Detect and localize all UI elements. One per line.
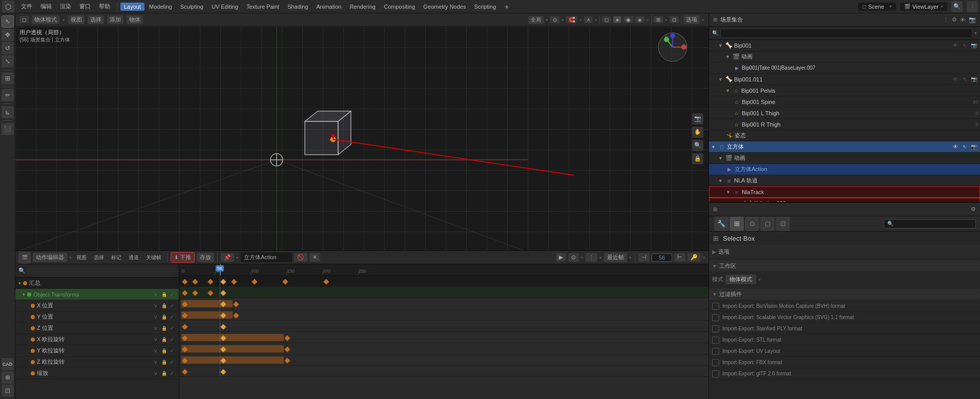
outliner-item-cube[interactable]: ▼ ◻ 立方体 👁 ↖ 📷 — [709, 141, 980, 153]
plugin-checkbox[interactable] — [712, 337, 719, 344]
menu-edit[interactable]: 编辑 — [37, 2, 55, 11]
tab-rendering[interactable]: Rendering — [346, 3, 379, 11]
visibility-icon[interactable]: 👁 — [951, 143, 960, 151]
props-settings-button[interactable]: ⚙ — [971, 206, 976, 213]
channel-row-object[interactable]: ▾ Object Transforms V 🔒 ✓ — [15, 289, 179, 300]
kf-dot[interactable] — [233, 301, 239, 307]
falloff-toggle[interactable]: ∧ — [584, 16, 593, 23]
measure-tool[interactable]: ⊾ — [2, 106, 14, 118]
outliner-item-spine[interactable]: ⌂ Bip001 Spine 10 — [709, 96, 980, 108]
global-local-toggle[interactable]: 全局 — [528, 16, 544, 24]
kf-dot[interactable] — [284, 346, 290, 352]
channel-row-y-rot[interactable]: Y 欧拉旋转 V 🔒 ✓ — [15, 345, 179, 356]
kf-dot[interactable] — [182, 290, 187, 296]
visibility-icon[interactable]: 👁 — [951, 75, 960, 83]
menu-file[interactable]: 文件 — [17, 2, 36, 11]
tab-compositing[interactable]: Compositing — [380, 3, 419, 11]
viewport-3d[interactable]: 用户透视（局部） (56) 场景集合 | 立方体 X Y — [15, 27, 708, 250]
keying-options[interactable]: 🔑 — [687, 253, 701, 262]
tab-shading[interactable]: Shading — [284, 3, 311, 11]
action-name-field[interactable]: 立方体Action — [241, 253, 292, 262]
tab-scripting[interactable]: Scripting — [470, 3, 499, 11]
plugin-checkbox[interactable] — [712, 314, 719, 321]
plugin-checkbox[interactable] — [712, 370, 719, 377]
render-icon[interactable]: 📷 — [970, 143, 978, 151]
menu-help[interactable]: 帮助 — [95, 2, 114, 11]
channel-row-x-pos[interactable]: X 位置 V 🔒 ✓ — [15, 300, 179, 311]
outliner-item-rthigh[interactable]: ⌂ Bip001 R Thigh 3 — [709, 119, 980, 130]
camera-view-button[interactable]: 📷 — [692, 113, 703, 124]
outliner-item-pelvis[interactable]: ▼ ⌂ Bip001 Pelvis — [709, 85, 980, 96]
anim-marker-menu[interactable]: 标记 — [109, 254, 124, 262]
kf-dot[interactable] — [284, 358, 290, 363]
fake-user-button[interactable]: 🚫 — [294, 253, 307, 262]
lock-button[interactable]: 🔒 — [692, 153, 703, 164]
plugin-checkbox[interactable] — [712, 359, 719, 366]
anim-select-menu[interactable]: 选择 — [91, 254, 107, 262]
kf-dot[interactable] — [252, 279, 257, 284]
navigation-gizmo[interactable]: X Y Z — [657, 32, 688, 62]
channel-search-input[interactable] — [28, 267, 176, 275]
plugin-checkbox[interactable] — [712, 325, 719, 332]
anim-view-menu[interactable]: 视图 — [74, 254, 89, 262]
kf-dot[interactable] — [220, 369, 226, 374]
channel-row-z-pos[interactable]: Z 位置 V 🔒 ✓ — [15, 323, 179, 334]
outliner-settings-button[interactable]: ⚙ — [952, 16, 957, 23]
filter-button[interactable]: ⋮ — [967, 1, 978, 12]
timeline-tracks[interactable] — [179, 276, 708, 399]
frame-step-fwd[interactable]: ⊢ — [674, 253, 685, 262]
transform-tool[interactable]: ⊞ — [2, 72, 14, 85]
tab-texture-paint[interactable]: Texture Paint — [243, 3, 283, 11]
filter-anim-button[interactable]: ⋮ — [586, 253, 597, 262]
scale-tool[interactable]: ⤡ — [2, 55, 14, 68]
outliner-search-input[interactable] — [720, 29, 972, 38]
xray-toggle[interactable]: ⊡ — [670, 16, 679, 23]
channel-row-summary[interactable]: ▾ 汇总 — [15, 278, 179, 289]
shading-wire[interactable]: ◻ — [602, 16, 611, 23]
add-workspace-button[interactable]: + — [501, 2, 513, 12]
sync-button[interactable]: ⊙ — [568, 253, 579, 262]
options-section-header[interactable]: ▶ 选项 — [709, 246, 980, 257]
workzone-section-header[interactable]: ▼ 工作区 — [709, 260, 980, 271]
channel-row-y-pos[interactable]: Y 位置 V 🔒 ✓ — [15, 311, 179, 323]
mode-value[interactable]: 物体模式 — [725, 275, 756, 284]
tab-sculpting[interactable]: Sculpting — [177, 3, 207, 11]
kf-dot[interactable] — [192, 290, 198, 296]
kf-dot[interactable] — [192, 279, 198, 284]
object-menu[interactable]: 物体 — [127, 15, 143, 24]
visibility-icon[interactable]: 👁 — [951, 41, 960, 50]
kf-dot[interactable] — [182, 324, 187, 329]
outliner-item-pose[interactable]: 🤸 姿态 — [709, 130, 980, 141]
view-menu[interactable]: 视图 — [68, 15, 85, 24]
select-icon[interactable]: ↖ — [961, 143, 969, 151]
select-icon[interactable]: ↖ — [961, 75, 969, 83]
hand-pan-button[interactable]: ✋ — [692, 127, 703, 138]
channel-row-scale[interactable]: 缩放 V 🔒 ✓ — [15, 368, 179, 379]
current-frame-input[interactable] — [652, 254, 672, 262]
unlink-button[interactable]: ✕ — [309, 253, 320, 262]
overlay-toggle[interactable]: ⊞ — [654, 16, 663, 23]
channel-row-x-rot[interactable]: X 欧拉旋转 V 🔒 ✓ — [15, 334, 179, 345]
prop-tab-tool[interactable]: 🔧 — [714, 217, 728, 231]
render-icon[interactable]: 📷 — [970, 41, 978, 50]
menu-render[interactable]: 渲染 — [56, 2, 75, 11]
viewport-options[interactable]: 选项 — [683, 15, 700, 24]
tab-layout[interactable]: Layout — [120, 3, 144, 11]
render-icon[interactable]: 📷 — [970, 75, 978, 83]
cad-tool[interactable]: CAD — [2, 358, 14, 370]
outliner-item-anim1[interactable]: ▼ 🎬 动画 — [709, 51, 980, 62]
channel-row-z-rot[interactable]: Z 欧拉旋转 V 🔒 ✓ — [15, 356, 179, 368]
scene-name[interactable]: Scene — [868, 4, 884, 10]
menu-window[interactable]: 窗口 — [76, 2, 94, 11]
prop-tab-object[interactable]: ◻ — [760, 217, 775, 231]
kf-dot[interactable] — [282, 279, 288, 284]
recent-option[interactable]: 最近帧 — [604, 253, 627, 262]
search-button[interactable]: 🔍 — [951, 1, 963, 12]
rotate-tool[interactable]: ↺ — [2, 42, 14, 54]
plugin-checkbox[interactable] — [712, 303, 719, 310]
add-tool[interactable]: ⊡ — [2, 385, 14, 397]
props-search-input[interactable] — [895, 221, 972, 227]
kf-dot[interactable] — [207, 279, 213, 284]
select-menu[interactable]: 选择 — [88, 15, 104, 24]
tab-animation[interactable]: Animation — [313, 3, 345, 11]
